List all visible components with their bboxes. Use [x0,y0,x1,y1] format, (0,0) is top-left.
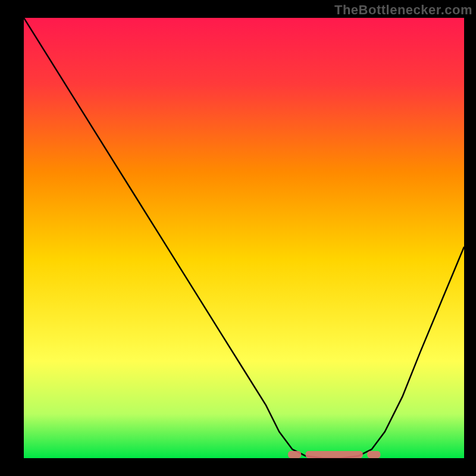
chart-container: TheBottlenecker.com [0,0,476,476]
optimal-range-marker [306,451,363,458]
optimal-range-marker [367,451,380,458]
bottleneck-chart [24,18,464,458]
optimal-range-marker [288,451,301,458]
plot-area [24,18,464,458]
watermark-text: TheBottlenecker.com [334,2,472,18]
gradient-background [24,18,464,458]
